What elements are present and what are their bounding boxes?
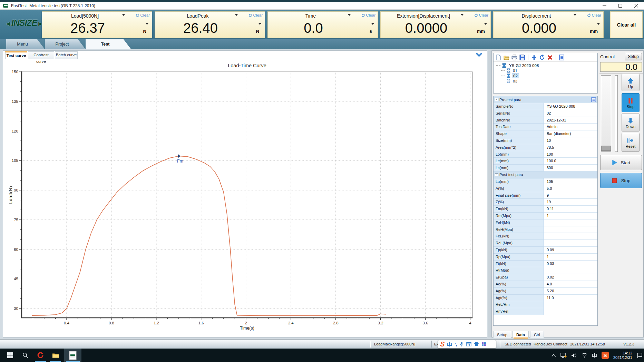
speed-slider[interactable] <box>601 75 611 152</box>
save-icon[interactable] <box>519 55 525 60</box>
param-row[interactable]: FeL(kN) <box>494 233 597 240</box>
param-row[interactable]: E(Gpa) 0.02 <box>494 274 597 281</box>
param-row[interactable]: ReL/Rm <box>494 301 597 308</box>
param-row[interactable]: Z(%) 19 <box>494 199 597 206</box>
param-row[interactable]: ReH(Mpa) <box>494 226 597 233</box>
collapse-chevron-button[interactable] <box>476 52 482 58</box>
param-row[interactable]: Le(mm) 100.0 <box>494 158 597 165</box>
param-row[interactable]: A(%) 5.0 <box>494 185 597 192</box>
stop-button[interactable]: Stop <box>600 173 642 188</box>
param-row[interactable]: Ft(kN) 0.03 <box>494 261 597 267</box>
unit-caret-icon[interactable] <box>146 23 148 25</box>
param-row[interactable]: Final size(mm) 9 <box>494 192 597 199</box>
tab-project[interactable]: Project <box>45 39 86 49</box>
taskbar-fasttest-button[interactable] <box>64 349 81 362</box>
param-row[interactable]: SampleNo YS-GJ-2020-008 <box>494 103 597 110</box>
add-icon[interactable] <box>531 55 537 60</box>
clear-all-button[interactable]: Clear all <box>610 11 643 38</box>
minimize-button[interactable] <box>596 2 612 9</box>
collapse-expander-icon[interactable]: − <box>495 98 498 101</box>
print-icon[interactable] <box>511 55 517 60</box>
action-center-icon[interactable] <box>637 353 643 358</box>
param-section-header[interactable]: − Pre-test para <box>494 96 597 103</box>
tree-item-label[interactable]: 01 <box>512 69 518 73</box>
close-button[interactable] <box>628 2 644 9</box>
tree-item[interactable]: 03 <box>501 78 597 84</box>
open-folder-icon[interactable] <box>504 55 509 60</box>
param-row[interactable]: TestDate Admin <box>494 124 597 130</box>
ime-language-icon[interactable] <box>592 353 597 358</box>
clear-button[interactable]: Clear <box>361 13 375 17</box>
param-row[interactable]: Rp(Mpa) 1 <box>494 254 597 261</box>
detail-view-icon[interactable] <box>591 97 596 102</box>
tree-root-label[interactable]: YS-GJ-2020-008 <box>508 63 540 68</box>
tree-root[interactable]: YS-GJ-2020-008 <box>496 63 597 68</box>
collapse-expander-icon[interactable]: − <box>495 173 498 176</box>
param-row[interactable]: Agt(%) 11.0 <box>494 295 597 302</box>
punctuation-mode-icon[interactable]: ’, <box>455 342 457 347</box>
setup-button[interactable]: Setup <box>625 53 642 60</box>
toolbox-icon[interactable] <box>481 342 486 346</box>
start-menu-button[interactable] <box>3 349 17 362</box>
jog-up-button[interactable]: Up <box>622 74 640 91</box>
taskbar-browser-button[interactable] <box>33 349 48 362</box>
ime-toolbar[interactable]: S ’, <box>438 340 496 348</box>
param-row[interactable]: SerialNo 02 <box>494 110 597 117</box>
param-row[interactable]: Lc(mm) 300 <box>494 165 597 172</box>
tree-item[interactable]: 02 <box>501 73 597 78</box>
delete-icon[interactable] <box>547 55 553 60</box>
start-button[interactable]: Start <box>600 155 642 170</box>
jog-down-button[interactable]: Down <box>622 114 640 131</box>
param-row[interactable]: Rm/Rel <box>494 308 597 315</box>
param-row[interactable]: Shape Bar (diameter) <box>494 130 597 137</box>
tab-batch-curve[interactable]: Batch curve <box>55 51 78 59</box>
dropdown-caret-icon[interactable] <box>574 14 576 16</box>
param-row[interactable]: Lu(mm) 105 <box>494 178 597 185</box>
unit-caret-icon[interactable] <box>258 23 261 25</box>
param-row[interactable]: Area(mm^2) 78.5 <box>494 144 597 151</box>
taskbar-clock[interactable]: 14:12 2021/12/31 <box>613 351 632 360</box>
reset-button[interactable]: Reset <box>622 133 640 152</box>
tab-setup[interactable]: Setup <box>493 331 511 338</box>
param-row[interactable]: Ag(%) 5.20 <box>494 288 597 295</box>
soft-keyboard-icon[interactable] <box>466 342 471 346</box>
clear-button[interactable]: Clear <box>587 13 601 17</box>
tab-test-curve[interactable]: Test curve <box>5 51 27 59</box>
unit-caret-icon[interactable] <box>371 23 374 25</box>
param-row[interactable]: Rt(Mpa) <box>494 267 597 274</box>
clear-button[interactable]: Clear <box>248 13 263 17</box>
param-row[interactable]: FeH(kN) <box>494 219 597 226</box>
tab-ctrl[interactable]: Ctrl <box>530 331 544 338</box>
tab-menu[interactable]: Menu <box>6 39 45 49</box>
dropdown-caret-icon[interactable] <box>235 14 238 16</box>
dropdown-caret-icon[interactable] <box>348 14 351 16</box>
tab-test[interactable]: Test <box>86 39 131 49</box>
dropdown-caret-icon[interactable] <box>122 14 125 16</box>
unit-caret-icon[interactable] <box>597 23 600 25</box>
taskbar-search-button[interactable] <box>18 349 32 362</box>
report-icon[interactable] <box>559 55 565 60</box>
refresh-icon[interactable] <box>539 55 545 60</box>
clear-button[interactable]: Clear <box>474 13 488 17</box>
chinese-mode-icon[interactable] <box>447 342 452 347</box>
wifi-icon[interactable] <box>582 353 587 358</box>
param-row[interactable]: Fp(kN) 0.09 <box>494 247 597 254</box>
sogou-logo-icon[interactable]: S <box>440 341 445 348</box>
clear-button[interactable]: Clear <box>136 13 150 17</box>
param-row[interactable]: BatchNo 2021-12-31 <box>494 117 597 124</box>
dropdown-caret-icon[interactable] <box>461 14 464 16</box>
param-row[interactable]: Ae(%) 4.0 <box>494 281 597 288</box>
tab-data[interactable]: Data <box>513 331 529 338</box>
volume-icon[interactable] <box>571 353 577 358</box>
speed-slider-handle[interactable] <box>601 146 611 151</box>
unit-caret-icon[interactable] <box>484 23 487 25</box>
jog-stop-button[interactable]: Stop <box>622 93 640 112</box>
param-row[interactable]: Rm(Mpa) 1 <box>494 213 597 219</box>
tree-item-label[interactable]: 02 <box>512 74 519 78</box>
tray-expand-icon[interactable] <box>552 354 556 357</box>
fine-slider[interactable] <box>615 75 618 152</box>
param-row[interactable]: Lo(mm) 100 <box>494 151 597 158</box>
param-row[interactable]: ReL(Mpa) <box>494 240 597 247</box>
sogou-tray-icon[interactable]: S <box>602 352 609 359</box>
panel-splitter[interactable] <box>488 50 491 337</box>
